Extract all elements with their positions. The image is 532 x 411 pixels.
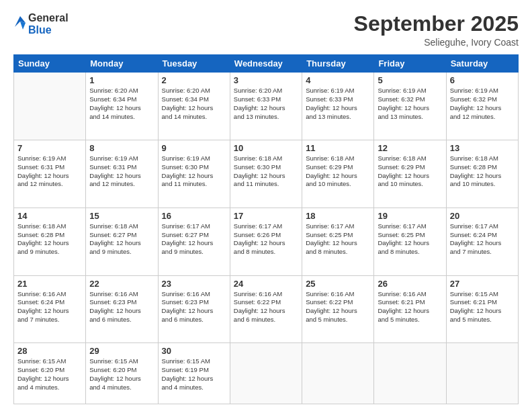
day-info: Sunrise: 6:19 AMSunset: 6:32 PMDaylight:… (450, 87, 515, 121)
calendar-cell: 6Sunrise: 6:19 AMSunset: 6:32 PMDaylight… (446, 73, 518, 140)
weekday-header-sunday: Sunday (14, 55, 86, 73)
calendar-cell: 15Sunrise: 6:18 AMSunset: 6:27 PMDayligh… (86, 208, 158, 275)
calendar-header-row: SundayMondayTuesdayWednesdayThursdayFrid… (14, 55, 519, 73)
calendar-cell: 14Sunrise: 6:18 AMSunset: 6:28 PMDayligh… (14, 208, 86, 275)
day-info: Sunrise: 6:17 AMSunset: 6:27 PMDaylight:… (162, 222, 226, 257)
calendar-cell: 21Sunrise: 6:16 AMSunset: 6:24 PMDayligh… (14, 275, 86, 343)
day-number: 14 (17, 211, 82, 221)
day-info: Sunrise: 6:18 AMSunset: 6:27 PMDaylight:… (89, 222, 154, 257)
calendar-cell: 22Sunrise: 6:16 AMSunset: 6:23 PMDayligh… (86, 275, 158, 343)
day-number: 26 (378, 279, 442, 289)
calendar-cell (374, 343, 446, 404)
calendar-cell (14, 73, 86, 140)
logo-icon (13, 15, 27, 34)
day-info: Sunrise: 6:20 AMSunset: 6:34 PMDaylight:… (89, 87, 154, 121)
day-info: Sunrise: 6:18 AMSunset: 6:29 PMDaylight:… (306, 154, 370, 189)
weekday-header-wednesday: Wednesday (230, 55, 302, 73)
day-info: Sunrise: 6:16 AMSunset: 6:21 PMDaylight:… (378, 290, 442, 324)
svg-marker-1 (20, 21, 26, 30)
day-info: Sunrise: 6:17 AMSunset: 6:26 PMDaylight:… (234, 222, 298, 257)
calendar-cell (230, 343, 302, 404)
day-number: 21 (17, 279, 82, 289)
day-number: 19 (378, 211, 442, 221)
calendar-cell: 20Sunrise: 6:17 AMSunset: 6:24 PMDayligh… (446, 208, 518, 275)
day-number: 2 (162, 75, 226, 85)
calendar-cell: 24Sunrise: 6:16 AMSunset: 6:22 PMDayligh… (230, 275, 302, 343)
title-block: September 2025 Selieguhe, Ivory Coast (354, 12, 519, 48)
day-info: Sunrise: 6:18 AMSunset: 6:29 PMDaylight:… (378, 154, 442, 189)
day-number: 27 (450, 279, 515, 289)
day-number: 20 (450, 211, 515, 221)
calendar-cell: 7Sunrise: 6:19 AMSunset: 6:31 PMDaylight… (14, 140, 86, 208)
day-number: 22 (89, 279, 154, 289)
calendar-cell: 8Sunrise: 6:19 AMSunset: 6:31 PMDaylight… (86, 140, 158, 208)
calendar-cell: 1Sunrise: 6:20 AMSunset: 6:34 PMDaylight… (86, 73, 158, 140)
page: General Blue September 2025 Selieguhe, I… (0, 0, 532, 411)
day-number: 3 (234, 75, 298, 85)
day-number: 17 (234, 211, 298, 221)
day-number: 5 (378, 75, 442, 85)
calendar-week-row: 7Sunrise: 6:19 AMSunset: 6:31 PMDaylight… (14, 140, 519, 208)
month-title: September 2025 (354, 12, 519, 36)
day-number: 12 (378, 143, 442, 153)
weekday-header-saturday: Saturday (446, 55, 518, 73)
weekday-header-thursday: Thursday (302, 55, 374, 73)
day-info: Sunrise: 6:20 AMSunset: 6:34 PMDaylight:… (162, 87, 226, 121)
calendar-cell: 26Sunrise: 6:16 AMSunset: 6:21 PMDayligh… (374, 275, 446, 343)
day-info: Sunrise: 6:19 AMSunset: 6:33 PMDaylight:… (306, 87, 370, 121)
calendar-cell: 19Sunrise: 6:17 AMSunset: 6:25 PMDayligh… (374, 208, 446, 275)
day-info: Sunrise: 6:18 AMSunset: 6:30 PMDaylight:… (234, 154, 298, 189)
day-info: Sunrise: 6:16 AMSunset: 6:24 PMDaylight:… (17, 290, 82, 324)
day-info: Sunrise: 6:16 AMSunset: 6:22 PMDaylight:… (306, 290, 370, 324)
day-number: 24 (234, 279, 298, 289)
day-info: Sunrise: 6:19 AMSunset: 6:30 PMDaylight:… (162, 154, 226, 189)
day-number: 7 (17, 143, 82, 153)
day-number: 8 (89, 143, 154, 153)
calendar-cell: 23Sunrise: 6:16 AMSunset: 6:23 PMDayligh… (158, 275, 230, 343)
calendar-week-row: 1Sunrise: 6:20 AMSunset: 6:34 PMDaylight… (14, 73, 519, 140)
calendar-cell: 11Sunrise: 6:18 AMSunset: 6:29 PMDayligh… (302, 140, 374, 208)
day-number: 18 (306, 211, 370, 221)
day-info: Sunrise: 6:16 AMSunset: 6:23 PMDaylight:… (89, 290, 154, 324)
day-number: 9 (162, 143, 226, 153)
calendar-cell: 9Sunrise: 6:19 AMSunset: 6:30 PMDaylight… (158, 140, 230, 208)
day-number: 4 (306, 75, 370, 85)
calendar-cell: 29Sunrise: 6:15 AMSunset: 6:20 PMDayligh… (86, 343, 158, 404)
logo: General Blue (13, 12, 69, 37)
day-number: 28 (17, 346, 82, 356)
day-info: Sunrise: 6:18 AMSunset: 6:28 PMDaylight:… (17, 222, 82, 257)
calendar-cell: 30Sunrise: 6:15 AMSunset: 6:19 PMDayligh… (158, 343, 230, 404)
day-number: 23 (162, 279, 226, 289)
day-info: Sunrise: 6:15 AMSunset: 6:20 PMDaylight:… (89, 357, 154, 392)
day-info: Sunrise: 6:16 AMSunset: 6:23 PMDaylight:… (162, 290, 226, 324)
day-info: Sunrise: 6:19 AMSunset: 6:32 PMDaylight:… (378, 87, 442, 121)
day-info: Sunrise: 6:18 AMSunset: 6:28 PMDaylight:… (450, 154, 515, 189)
day-number: 6 (450, 75, 515, 85)
calendar-cell: 17Sunrise: 6:17 AMSunset: 6:26 PMDayligh… (230, 208, 302, 275)
calendar-week-row: 28Sunrise: 6:15 AMSunset: 6:20 PMDayligh… (14, 343, 519, 404)
calendar-cell: 27Sunrise: 6:15 AMSunset: 6:21 PMDayligh… (446, 275, 518, 343)
day-number: 16 (162, 211, 226, 221)
day-info: Sunrise: 6:15 AMSunset: 6:19 PMDaylight:… (162, 357, 226, 392)
weekday-header-monday: Monday (86, 55, 158, 73)
day-info: Sunrise: 6:16 AMSunset: 6:22 PMDaylight:… (234, 290, 298, 324)
calendar-cell: 25Sunrise: 6:16 AMSunset: 6:22 PMDayligh… (302, 275, 374, 343)
day-number: 11 (306, 143, 370, 153)
calendar-cell: 28Sunrise: 6:15 AMSunset: 6:20 PMDayligh… (14, 343, 86, 404)
calendar-cell: 3Sunrise: 6:20 AMSunset: 6:33 PMDaylight… (230, 73, 302, 140)
day-number: 1 (89, 75, 154, 85)
day-number: 10 (234, 143, 298, 153)
day-number: 25 (306, 279, 370, 289)
calendar-cell: 13Sunrise: 6:18 AMSunset: 6:28 PMDayligh… (446, 140, 518, 208)
day-number: 15 (89, 211, 154, 221)
day-info: Sunrise: 6:17 AMSunset: 6:25 PMDaylight:… (378, 222, 442, 257)
calendar-cell (446, 343, 518, 404)
location: Selieguhe, Ivory Coast (354, 37, 519, 48)
calendar-cell (302, 343, 374, 404)
day-number: 29 (89, 346, 154, 356)
day-number: 30 (162, 346, 226, 356)
day-info: Sunrise: 6:20 AMSunset: 6:33 PMDaylight:… (234, 87, 298, 121)
calendar-cell: 2Sunrise: 6:20 AMSunset: 6:34 PMDaylight… (158, 73, 230, 140)
logo-general: General (28, 12, 69, 24)
calendar-cell: 18Sunrise: 6:17 AMSunset: 6:25 PMDayligh… (302, 208, 374, 275)
